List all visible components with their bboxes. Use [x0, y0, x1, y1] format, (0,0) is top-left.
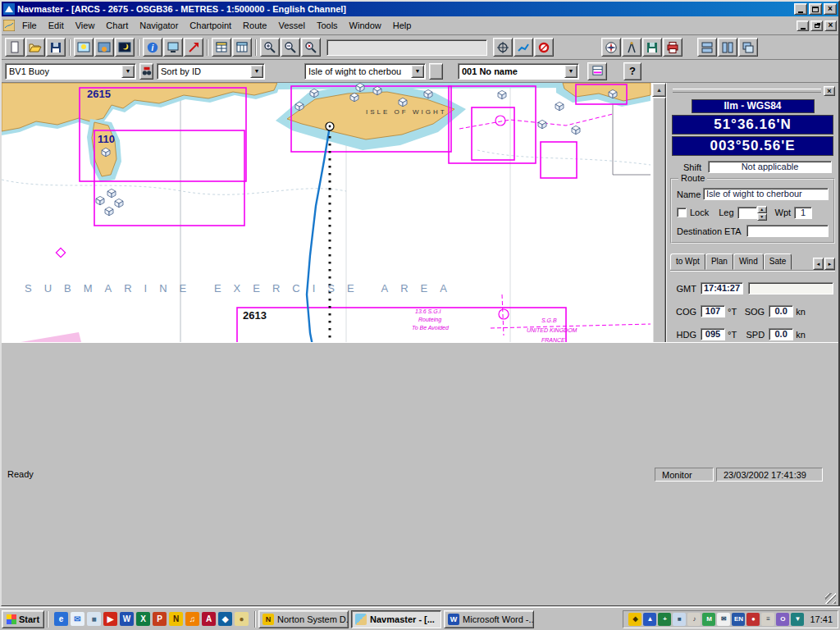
chevron-down-icon[interactable]: ▼ [411, 65, 424, 78]
word-icon[interactable]: W [120, 612, 134, 626]
volume-icon[interactable]: ♪ [687, 613, 701, 626]
buoy-symbol[interactable] [538, 120, 546, 128]
save-setup-button[interactable] [642, 38, 662, 57]
buoy-symbol[interactable] [115, 199, 123, 207]
buoy-symbol[interactable] [572, 126, 580, 134]
panel-close-button[interactable]: × [824, 86, 835, 96]
tab-sate[interactable]: Sate [764, 253, 792, 270]
buoy-symbol[interactable] [310, 89, 318, 97]
waypoint-combo[interactable]: 001 No name ▼ [458, 63, 579, 80]
modem-icon[interactable]: ≡ [761, 613, 774, 626]
buoy-symbol[interactable] [555, 102, 564, 110]
cd-player-icon[interactable]: O [776, 613, 789, 626]
tile-vertical-button[interactable] [718, 38, 737, 57]
close-button[interactable]: × [824, 3, 837, 15]
internet-explorer-icon[interactable]: e [54, 612, 68, 626]
tab-plan[interactable]: Plan [705, 253, 733, 270]
taskbar-clock[interactable]: 17:41 [810, 614, 833, 624]
wpt-field[interactable]: 1 [794, 207, 812, 219]
buoy-symbol[interactable] [356, 83, 364, 91]
messenger-icon[interactable]: M [702, 613, 715, 626]
norton-protect-icon[interactable]: ◆ [628, 613, 641, 626]
route-combo[interactable]: Isle of wight to cherbou ▼ [304, 63, 426, 80]
zoom-out-button[interactable] [281, 38, 300, 57]
menu-chart[interactable]: Chart [100, 18, 134, 33]
tabs-scroll-left[interactable]: ◄ [813, 258, 824, 270]
save-button[interactable] [46, 38, 66, 57]
tabs-scroll-right[interactable]: ► [824, 258, 835, 270]
leg-spinner[interactable]: ▲▼ [757, 206, 767, 219]
buoy-symbol[interactable] [105, 207, 113, 215]
open-chart-button[interactable] [25, 38, 45, 57]
scroll-up-button[interactable]: ▲ [652, 83, 666, 97]
menu-view[interactable]: View [70, 18, 101, 33]
chartpoint-find-button[interactable] [139, 63, 153, 80]
route-name-field[interactable]: Isle of wight to cherbour [703, 188, 829, 200]
media-player-icon[interactable]: ▶ [103, 612, 117, 626]
buoy-symbol[interactable] [609, 89, 617, 98]
buoy-symbol[interactable] [102, 148, 110, 156]
buoy-symbol[interactable] [399, 98, 407, 106]
zoom-in-button[interactable] [260, 38, 280, 57]
menu-route[interactable]: Route [237, 18, 272, 33]
norton-icon[interactable]: N [169, 612, 183, 626]
cascade-windows-button[interactable] [738, 38, 758, 57]
vertical-scrollbar[interactable]: ▲ ▼ [652, 83, 666, 342]
buoy-symbol[interactable] [295, 102, 304, 110]
night-palette-button[interactable] [115, 38, 135, 57]
panel-grip[interactable] [673, 89, 821, 93]
chevron-down-icon[interactable]: ▼ [564, 65, 578, 78]
antivirus-icon[interactable]: + [658, 613, 671, 626]
resize-grip[interactable] [825, 593, 836, 604]
sort-combo[interactable]: Sort by ID ▼ [157, 63, 265, 80]
chart-viewport[interactable]: 2615110261311062135365360ISLE OF WIGHTSU… [2, 83, 666, 342]
language-indicator-icon[interactable]: EN [732, 613, 745, 626]
menu-navigator[interactable]: Navigator [134, 18, 184, 33]
show-desktop-icon[interactable]: ■ [87, 612, 101, 626]
route-options-button[interactable] [429, 63, 443, 80]
minimize-button[interactable] [794, 3, 807, 15]
menu-vessel[interactable]: Vessel [272, 18, 310, 33]
waypoint-list-button[interactable] [587, 62, 607, 80]
tile-horizontal-button[interactable] [697, 38, 717, 57]
menu-edit[interactable]: Edit [43, 18, 70, 33]
route-table-button[interactable] [232, 38, 252, 57]
vertical-scroll-thumb[interactable] [652, 97, 666, 342]
spin-down-icon[interactable]: ▼ [757, 213, 767, 221]
title-bar[interactable]: Navmaster - [ARCS - 2675 - OSGB36 - METR… [2, 2, 838, 16]
buoy-symbol[interactable] [350, 93, 358, 101]
dividers-button[interactable] [622, 38, 641, 57]
mdi-restore-button[interactable] [810, 21, 823, 31]
new-chart-button[interactable] [5, 38, 25, 57]
task-navmaster[interactable]: Navmaster - [... [351, 610, 441, 628]
man-overboard-button[interactable] [534, 38, 554, 57]
help-button[interactable]: ? [623, 62, 641, 80]
mdi-close-button[interactable]: × [824, 21, 837, 31]
spin-up-icon[interactable]: ▲ [757, 206, 767, 213]
menu-help[interactable]: Help [387, 18, 418, 33]
print-button[interactable] [663, 38, 682, 57]
excel-icon[interactable]: X [136, 612, 150, 626]
buoy-symbol[interactable] [373, 86, 381, 94]
track-line-button[interactable] [514, 38, 533, 57]
task-microsoft-word[interactable]: WMicrosoft Word -... [444, 610, 534, 628]
menu-file[interactable]: File [16, 18, 43, 33]
monitor-display-button[interactable] [163, 38, 183, 57]
zoom-scale-button[interactable] [301, 38, 321, 57]
outlook-express-icon[interactable]: ✉ [71, 612, 84, 626]
acrobat-icon[interactable]: A [202, 612, 216, 626]
center-vessel-button[interactable] [493, 38, 513, 57]
chartpoint-table-button[interactable] [212, 38, 231, 57]
panel-titlebar[interactable]: × [670, 84, 835, 97]
chevron-down-icon[interactable]: ▼ [250, 65, 263, 78]
media-jukebox-icon[interactable]: ♫ [185, 612, 199, 626]
route-vector-button[interactable] [184, 38, 203, 57]
live-update-icon[interactable]: ▲ [643, 613, 656, 626]
buoy-symbol[interactable] [424, 89, 432, 98]
mdi-minimize-button[interactable] [797, 21, 809, 31]
buoy-symbol[interactable] [498, 90, 506, 98]
tab-to-wpt[interactable]: to Wpt [670, 253, 705, 270]
explorer-icon[interactable]: ● [235, 612, 249, 626]
lock-checkbox[interactable] [677, 208, 687, 217]
menu-tools[interactable]: Tools [311, 18, 344, 33]
